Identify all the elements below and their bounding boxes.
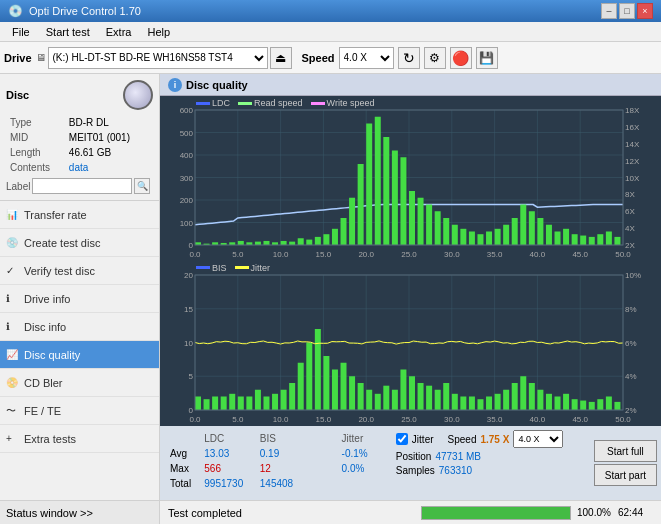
status-bar: Status window >> Test completed 100.0% 6… — [0, 500, 661, 524]
drive-select[interactable]: (K:) HL-DT-ST BD-RE WH16NS58 TST4 — [48, 47, 268, 69]
sidebar-item-disc-quality[interactable]: 📈 Disc quality — [0, 341, 159, 369]
progress-fill — [422, 507, 570, 519]
app-title: Opti Drive Control 1.70 — [29, 5, 141, 17]
transfer-label: Transfer rate — [24, 209, 87, 221]
sidebar-item-fe-te[interactable]: 〜 FE / TE — [0, 397, 159, 425]
settings-button[interactable]: ⚙ — [424, 47, 446, 69]
length-label: Length — [8, 146, 65, 159]
status-window-label: Status window >> — [6, 507, 93, 519]
samples-value: 763310 — [439, 465, 472, 476]
extra-label: Extra tests — [24, 433, 76, 445]
write-legend-color — [311, 102, 325, 105]
label-input[interactable] — [32, 178, 132, 194]
total-ldc: 9951730 — [204, 477, 257, 490]
max-jitter: 0.0% — [342, 462, 380, 475]
sidebar-item-drive-info[interactable]: ℹ Drive info — [0, 285, 159, 313]
sidebar-item-disc-info[interactable]: ℹ Disc info — [0, 313, 159, 341]
stats-table: LDC BIS Jitter Avg 13.03 0.19 -0.1% — [168, 430, 382, 492]
bottom-chart-canvas — [160, 261, 661, 426]
drive-info-label: Drive info — [24, 293, 70, 305]
disc-info-label: Disc info — [24, 321, 66, 333]
menu-help[interactable]: Help — [139, 24, 178, 40]
progress-container: 100.0% 62:44 — [421, 506, 661, 520]
burn-button[interactable]: 🔴 — [450, 47, 472, 69]
position-row: Position 47731 MB — [396, 451, 584, 462]
disc-quality-icon: 📈 — [6, 349, 18, 360]
title-bar: 💿 Opti Drive Control 1.70 – □ × — [0, 0, 661, 22]
stats-left: LDC BIS Jitter Avg 13.03 0.19 -0.1% — [160, 426, 390, 500]
position-value: 47731 MB — [435, 451, 481, 462]
transfer-icon: 📊 — [6, 209, 18, 220]
avg-ldc: 13.03 — [204, 447, 257, 460]
avg-label: Avg — [170, 447, 202, 460]
jitter-row: Jitter Speed 1.75 X 4.0 X — [396, 430, 584, 448]
status-window-button[interactable]: Status window >> — [0, 501, 160, 524]
speed-label: Speed — [302, 52, 335, 64]
total-label: Total — [170, 477, 202, 490]
ldc-legend-color — [196, 102, 210, 105]
top-chart-canvas — [160, 96, 661, 261]
eject-button[interactable]: ⏏ — [270, 47, 292, 69]
sidebar-item-cd-bler[interactable]: 📀 CD Bler — [0, 369, 159, 397]
refresh-button[interactable]: ↻ — [398, 47, 420, 69]
toolbar: Drive 🖥 (K:) HL-DT-ST BD-RE WH16NS58 TST… — [0, 42, 661, 74]
label-btn[interactable]: 🔍 — [134, 178, 150, 194]
speed-value: 1.75 X — [480, 434, 509, 445]
disc-info-panel: Disc Type BD-R DL MID MEIT01 (001) Lengt… — [0, 74, 159, 201]
col-empty — [170, 432, 202, 445]
jitter-legend-label: Jitter — [251, 263, 271, 273]
disc-quality-title: Disc quality — [186, 79, 248, 91]
contents-value: data — [67, 161, 151, 174]
sidebar-item-create-test-disc[interactable]: 💿 Create test disc — [0, 229, 159, 257]
save-button[interactable]: 💾 — [476, 47, 498, 69]
content-area: i Disc quality LDC Read speed Write spee… — [160, 74, 661, 500]
minimize-button[interactable]: – — [601, 3, 617, 19]
write-legend-label: Write speed — [327, 98, 375, 108]
col-spacer — [309, 432, 340, 445]
disc-quality-label: Disc quality — [24, 349, 80, 361]
fe-te-icon: 〜 — [6, 404, 16, 418]
menu-file[interactable]: File — [4, 24, 38, 40]
drive-info-icon: ℹ — [6, 293, 10, 304]
menu-start-test[interactable]: Start test — [38, 24, 98, 40]
maximize-button[interactable]: □ — [619, 3, 635, 19]
position-label: Position — [396, 451, 432, 462]
sidebar: Disc Type BD-R DL MID MEIT01 (001) Lengt… — [0, 74, 160, 500]
fe-te-label: FE / TE — [24, 405, 61, 417]
start-full-button[interactable]: Start full — [594, 440, 657, 462]
max-ldc: 566 — [204, 462, 257, 475]
mid-label: MID — [8, 131, 65, 144]
jitter-label: Jitter — [412, 434, 434, 445]
jitter-checkbox[interactable] — [396, 433, 408, 445]
status-message: Test completed — [168, 507, 242, 519]
mid-value: MEIT01 (001) — [67, 131, 151, 144]
top-chart: LDC Read speed Write speed — [160, 96, 661, 261]
total-jitter — [342, 477, 380, 490]
sidebar-item-extra-tests[interactable]: + Extra tests — [0, 425, 159, 453]
cd-bler-icon: 📀 — [6, 377, 18, 388]
col-bis: BIS — [260, 432, 307, 445]
col-jitter: Jitter — [342, 432, 380, 445]
type-value: BD-R DL — [67, 116, 151, 129]
read-legend-label: Read speed — [254, 98, 303, 108]
samples-row: Samples 763310 — [396, 465, 584, 476]
speed-select-stat[interactable]: 4.0 X — [513, 430, 563, 448]
avg-bis: 0.19 — [260, 447, 307, 460]
type-label: Type — [8, 116, 65, 129]
ldc-legend-label: LDC — [212, 98, 230, 108]
bis-legend-label: BIS — [212, 263, 227, 273]
speed-select[interactable]: 4.0 X — [339, 47, 394, 69]
menu-extra[interactable]: Extra — [98, 24, 140, 40]
sidebar-item-verify-test-disc[interactable]: ✓ Verify test disc — [0, 257, 159, 285]
progress-text: 100.0% — [577, 507, 612, 518]
time-text: 62:44 — [618, 507, 653, 518]
sidebar-item-transfer-rate[interactable]: 📊 Transfer rate — [0, 201, 159, 229]
length-value: 46.61 GB — [67, 146, 151, 159]
close-button[interactable]: × — [637, 3, 653, 19]
disc-info-table: Type BD-R DL MID MEIT01 (001) Length 46.… — [6, 114, 153, 176]
progress-bar — [421, 506, 571, 520]
create-label: Create test disc — [24, 237, 100, 249]
menu-bar: File Start test Extra Help — [0, 22, 661, 42]
start-part-button[interactable]: Start part — [594, 464, 657, 486]
verify-label: Verify test disc — [24, 265, 95, 277]
